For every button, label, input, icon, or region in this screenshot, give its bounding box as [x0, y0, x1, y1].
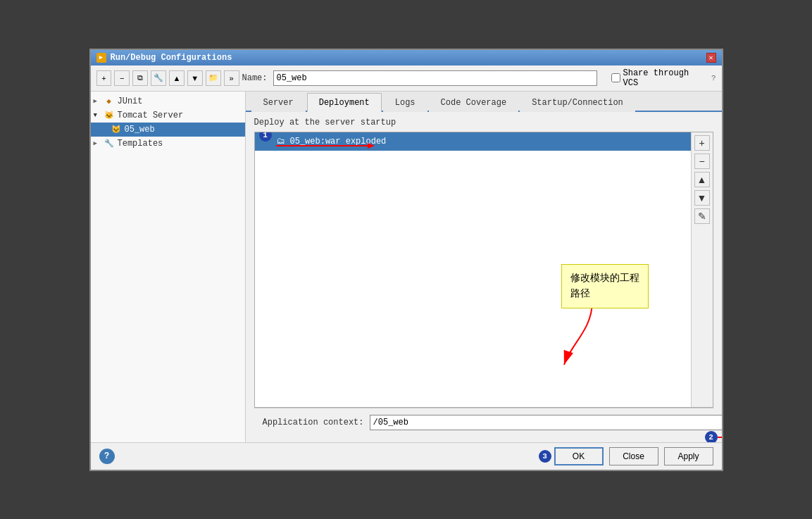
sidebar-item-junit[interactable]: ▶ ◆ JUnit [91, 94, 245, 108]
deploy-list-wrapper: 1 🗂 05_web:war exploded [255, 132, 691, 407]
title-bar-left: ▶ Run/Debug Configurations [96, 53, 232, 63]
templates-icon: 🔧 [104, 138, 115, 149]
annotation-badge-2: 2 [705, 431, 718, 442]
name-label: Name: [242, 73, 268, 83]
move-artifact-up-button[interactable]: ▲ [694, 172, 710, 187]
tab-deployment[interactable]: Deployment [307, 93, 382, 112]
more-button[interactable]: » [224, 70, 239, 86]
right-panel: Server Deployment Logs Code Coverage Sta… [246, 92, 722, 442]
copy-config-button[interactable]: ⧉ [132, 70, 148, 86]
tooltip-arrow [550, 301, 635, 372]
sidebar-item-templates[interactable]: ▶ 🔧 Templates [91, 137, 245, 151]
tomcat-label: Tomcat Server [118, 111, 184, 120]
bottom-left: ? [99, 449, 115, 464]
config-name-input[interactable] [273, 70, 597, 86]
05web-icon: 🐱 [111, 124, 122, 135]
run-debug-dialog: ▶ Run/Debug Configurations ✕ + − ⧉ 🔧 ▲ ▼… [89, 49, 723, 471]
close-window-button[interactable]: ✕ [706, 53, 716, 63]
tab-startup[interactable]: Startup/Connection [520, 93, 635, 112]
dialog-icon: ▶ [96, 53, 106, 63]
svg-marker-1 [368, 143, 375, 149]
side-buttons: + − ▲ ▼ ✎ [691, 132, 713, 407]
toolbar: + − ⧉ 🔧 ▲ ▼ 📁 » Name: Share through VCS … [91, 65, 722, 92]
share-row: Share through VCS ? [611, 68, 716, 88]
move-up-button[interactable]: ▲ [169, 70, 185, 86]
tab-server[interactable]: Server [251, 93, 306, 112]
share-vcs-checkbox[interactable] [611, 73, 620, 82]
folder-button[interactable]: 📁 [206, 70, 221, 86]
templates-arrow: ▶ [94, 139, 104, 147]
move-artifact-down-button[interactable]: ▼ [694, 190, 710, 206]
tooltip-text: 修改模块的工程路径 [570, 273, 639, 299]
junit-icon: ◆ [104, 96, 115, 107]
remove-config-button[interactable]: − [114, 70, 130, 86]
app-context-input[interactable] [370, 415, 722, 430]
name-row: Name: [242, 70, 597, 86]
red-underline-2 [718, 434, 722, 441]
edit-artifact-button[interactable]: ✎ [694, 208, 710, 224]
help-icon: ? [711, 74, 716, 82]
annotation-badge-1: 1 [259, 132, 272, 142]
deploy-list-container: 1 🗂 05_web:war exploded [254, 132, 713, 408]
main-content: ▶ ◆ JUnit ▼ 🐱 Tomcat Server 🐱 05_web ▶ 🔧… [91, 92, 722, 442]
share-label: Share through VCS [623, 68, 708, 88]
ok-button[interactable]: OK [554, 447, 604, 465]
close-button[interactable]: Close [609, 447, 658, 465]
tab-code-coverage[interactable]: Code Coverage [429, 93, 519, 112]
app-context-label: Application context: [263, 418, 364, 427]
tab-logs[interactable]: Logs [383, 93, 427, 112]
05web-label: 05_web [125, 125, 155, 135]
junit-arrow: ▶ [94, 97, 104, 105]
deploy-label: Deploy at the server startup [254, 118, 713, 127]
title-bar: ▶ Run/Debug Configurations ✕ [91, 50, 722, 65]
settings-button[interactable]: 🔧 [151, 70, 166, 86]
bottom-right: 3 OK Close Apply [554, 447, 713, 465]
left-panel: ▶ ◆ JUnit ▼ 🐱 Tomcat Server 🐱 05_web ▶ 🔧… [91, 92, 246, 442]
move-down-button[interactable]: ▼ [187, 70, 203, 86]
add-artifact-button[interactable]: + [694, 135, 710, 151]
red-underline-1 [276, 142, 389, 149]
apply-button[interactable]: Apply [664, 447, 713, 465]
tomcat-arrow: ▼ [94, 112, 104, 119]
tabs-bar: Server Deployment Logs Code Coverage Sta… [246, 92, 722, 112]
bottom-bar: ? 3 OK Close Apply [91, 442, 722, 470]
app-context-row: Application context: ▾ 2 [254, 408, 713, 437]
add-config-button[interactable]: + [96, 70, 112, 86]
tomcat-group-icon: 🐱 [104, 110, 115, 121]
deploy-item-war[interactable]: 1 🗂 05_web:war exploded [255, 132, 691, 151]
tooltip-modify-path: 修改模块的工程路径 [561, 264, 649, 308]
remove-artifact-button[interactable]: − [694, 154, 710, 169]
sidebar-item-05web[interactable]: 🐱 05_web [91, 123, 245, 137]
junit-label: JUnit [118, 96, 143, 106]
dialog-title: Run/Debug Configurations [111, 53, 232, 63]
templates-label: Templates [118, 139, 163, 149]
sidebar-item-tomcat[interactable]: ▼ 🐱 Tomcat Server [91, 108, 245, 123]
annotation-badge-3: 3 [539, 450, 551, 463]
deployment-section: Deploy at the server startup 1 🗂 05_web:… [246, 112, 722, 442]
help-button[interactable]: ? [99, 449, 115, 464]
